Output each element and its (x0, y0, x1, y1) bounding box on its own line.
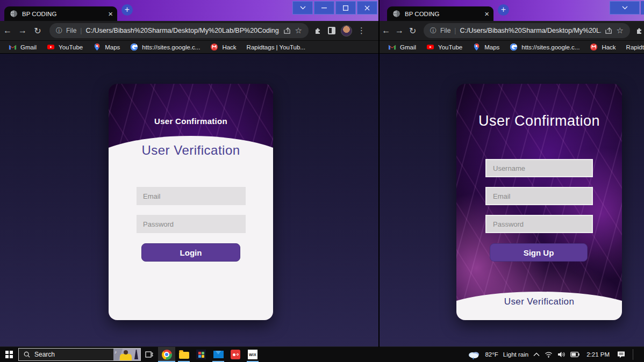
extensions-icon[interactable] (635, 26, 644, 35)
share-icon[interactable] (605, 27, 613, 34)
bookmark-youtube[interactable]: YouTube (47, 43, 83, 51)
bookmark-gmail[interactable]: Gmail (388, 43, 416, 51)
speaker-icon[interactable] (557, 351, 566, 358)
minimize-button-partial[interactable] (641, 1, 644, 15)
weather-condition[interactable]: Light rain (503, 351, 528, 358)
media-app-icon (231, 350, 240, 359)
page-left: User Confirmation User Verification Logi… (0, 54, 378, 346)
weather-temp[interactable]: 82°F (485, 351, 498, 358)
titlebar-left: BP CODING × + (0, 0, 378, 21)
footer-title: User Verification (456, 296, 622, 307)
bookmark-hack[interactable]: Hack (590, 43, 616, 51)
reload-icon[interactable]: ↻ (406, 26, 419, 36)
menu-icon[interactable]: ⋮ (357, 26, 366, 35)
battery-icon[interactable] (570, 352, 579, 357)
tray-chevron-up-icon[interactable] (533, 352, 540, 357)
taskbar-app-media[interactable] (227, 347, 244, 362)
bookmark-rapidtags[interactable]: Rapidtags | YouTub... (247, 44, 305, 50)
weather-icon[interactable] (467, 350, 480, 359)
email-field[interactable] (485, 187, 593, 205)
tab-close-icon[interactable]: × (484, 10, 489, 18)
address-divider: | (80, 27, 82, 34)
new-tab-button[interactable]: + (121, 4, 133, 16)
taskbar-app-chrome[interactable] (158, 347, 175, 362)
minimize-button[interactable] (314, 1, 334, 15)
taskbar-app-mail[interactable] (210, 347, 227, 362)
bookmark-sites[interactable]: htts://sites.google.c... (130, 43, 200, 51)
card-header-title: User Confirmation (456, 113, 622, 129)
window-controls-left (292, 1, 377, 15)
taskbar-clock[interactable]: 2:21 PM (584, 351, 612, 358)
chevron-down-button[interactable] (292, 1, 313, 15)
bookmark-maps[interactable]: Maps (93, 43, 120, 51)
profile-avatar[interactable] (341, 25, 352, 37)
google-icon (510, 43, 518, 51)
toolbar-right-icons: ⋮ (314, 25, 366, 37)
info-icon[interactable]: ⓘ (430, 26, 437, 35)
taskbar: Search ♪ (0, 347, 644, 362)
globe-favicon (10, 10, 18, 18)
task-view-button[interactable] (141, 347, 158, 362)
password-field[interactable] (485, 215, 593, 233)
youtube-icon (426, 43, 434, 51)
sign-up-button[interactable]: Sign Up (490, 243, 588, 262)
search-highlight-image[interactable]: ♪ (113, 349, 140, 360)
bookmarks-bar-right: Gmail YouTube Maps (380, 40, 644, 54)
reading-mode-icon[interactable] (328, 27, 335, 34)
close-button[interactable] (357, 1, 377, 15)
tab-close-icon[interactable]: × (108, 10, 113, 18)
chrome-icon (162, 350, 172, 360)
toolbar-right: ← → ↻ ⓘ File | C:/Users/Bibash%20Sharma/… (380, 21, 644, 40)
show-desktop-button[interactable] (638, 347, 641, 362)
notification-icon[interactable] (617, 351, 626, 359)
tab-bp-coding-right[interactable]: BP CODING × (387, 6, 493, 21)
google-icon (130, 43, 138, 51)
extensions-icon[interactable] (314, 26, 323, 35)
info-icon[interactable]: ⓘ (56, 26, 62, 35)
bookmark-star-icon[interactable]: ☆ (617, 26, 624, 35)
username-field[interactable] (485, 159, 593, 177)
reload-icon[interactable]: ↻ (30, 26, 45, 36)
browser-window-right: BP CODING × + ← → ↻ ⓘ File | C:/Users/Bi… (380, 0, 644, 347)
login-card: User Confirmation User Verification Logi… (109, 84, 273, 320)
bookmark-gmail[interactable]: Gmail (9, 43, 37, 51)
tab-bp-coding-left[interactable]: BP CODING × (4, 6, 117, 21)
back-icon[interactable]: ← (380, 26, 393, 35)
chevron-down-button[interactable] (610, 1, 640, 15)
taskbar-search-input[interactable]: Search ♪ (18, 348, 141, 361)
bookmark-youtube[interactable]: YouTube (426, 43, 462, 51)
address-bar[interactable]: ⓘ File | C:/Users/Bibash%20Sharma/Deskto… (49, 23, 309, 38)
toolbar-right-icons (635, 26, 644, 35)
share-icon[interactable] (283, 27, 291, 34)
email-field[interactable] (137, 187, 246, 205)
tab-title: BP CODING (405, 11, 480, 17)
maps-icon (473, 43, 481, 51)
taskbar-app-wix[interactable]: WIX (244, 347, 261, 362)
windows-logo-icon (5, 351, 13, 358)
taskbar-app-file-explorer[interactable] (175, 347, 192, 362)
task-view-icon (145, 351, 154, 358)
wifi-icon[interactable] (545, 351, 553, 358)
password-field[interactable] (137, 215, 246, 233)
panel-title: User Verification (109, 143, 273, 158)
bookmark-maps[interactable]: Maps (473, 43, 499, 51)
forward-icon[interactable]: → (15, 26, 30, 35)
search-placeholder: Search (34, 351, 55, 358)
file-explorer-icon (179, 352, 189, 359)
bookmark-star-icon[interactable]: ☆ (295, 26, 302, 35)
show-desktop-divider (633, 349, 633, 360)
bookmark-rapidtags[interactable]: Rapidtags | YouT (626, 44, 644, 50)
address-bar[interactable]: ⓘ File | C:/Users/Bibash%20Sharma/Deskto… (424, 23, 630, 38)
start-button[interactable] (0, 347, 18, 362)
forward-icon[interactable]: → (393, 26, 406, 35)
bookmark-hack[interactable]: Hack (210, 43, 236, 51)
gmail-icon (388, 43, 396, 51)
bookmark-sites[interactable]: htts://sites.google.c... (510, 43, 579, 51)
hack-icon (590, 43, 598, 51)
login-button[interactable]: Login (141, 243, 240, 262)
new-tab-button[interactable]: + (498, 4, 509, 16)
maximize-button[interactable] (335, 1, 356, 15)
back-icon[interactable]: ← (0, 26, 15, 35)
browser-window-left: BP CODING × + ← → ↻ (0, 0, 379, 347)
taskbar-app-store[interactable] (192, 347, 210, 362)
